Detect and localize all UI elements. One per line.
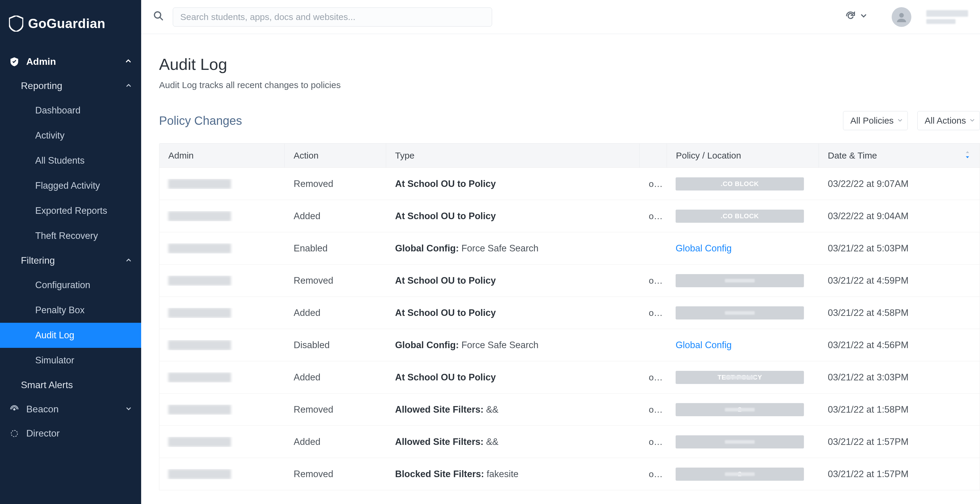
th-datetime[interactable]: Date & Time	[819, 144, 980, 167]
policy-pill[interactable]: 2	[676, 403, 804, 416]
cell-action: Added	[285, 437, 386, 447]
table-row[interactable]: RemovedAt School OU to Policyon03/21/22 …	[159, 264, 980, 297]
cell-policy: Global Config	[667, 340, 819, 351]
filter-policy-select[interactable]: All Policies	[843, 111, 908, 130]
cell-on: on	[640, 372, 667, 383]
nav-theft-recovery[interactable]: Theft Recovery	[0, 223, 141, 249]
cell-type: At School OU to Policy	[386, 275, 640, 286]
th-type[interactable]: Type	[386, 144, 640, 167]
cell-datetime: 03/22/22 at 9:07AM	[819, 179, 980, 189]
nav-director[interactable]: Director	[0, 421, 141, 445]
cell-type: Blocked Site Filters: fakesite	[386, 469, 640, 480]
table-row[interactable]: RemovedAllowed Site Filters: &&on203/21/…	[159, 393, 980, 426]
cell-on: on	[640, 211, 667, 221]
director-icon	[9, 429, 20, 438]
svg-line-3	[160, 17, 163, 20]
admin-redacted	[168, 308, 231, 318]
nav-all-students[interactable]: All Students	[0, 148, 141, 173]
cell-type: Global Config: Force Safe Search	[386, 243, 640, 254]
brand-logo[interactable]: GoGuardian	[0, 0, 141, 49]
table-header-row: Admin Action Type Policy / Location Date…	[159, 144, 980, 167]
admin-redacted	[168, 437, 231, 447]
nav-flagged-activity[interactable]: Flagged Activity	[0, 173, 141, 198]
nav-dashboard[interactable]: Dashboard	[0, 98, 141, 123]
main: Audit Log Audit Log tracks all recent ch…	[141, 0, 980, 504]
cell-on: on	[640, 308, 667, 318]
table-row[interactable]: AddedAllowed Site Filters: &&on03/21/22 …	[159, 426, 980, 458]
cell-on: on	[640, 437, 667, 447]
cell-policy: TEST POLICY	[667, 371, 819, 384]
search-input[interactable]	[173, 8, 492, 27]
table-row[interactable]: AddedAt School OU to Policyon03/21/22 at…	[159, 297, 980, 329]
cell-policy: 2	[667, 403, 819, 416]
nav-simulator[interactable]: Simulator	[0, 348, 141, 373]
cell-datetime: 03/21/22 at 1:58PM	[819, 404, 980, 415]
cell-policy	[667, 274, 819, 287]
cell-admin	[159, 372, 285, 383]
admin-redacted	[168, 243, 231, 254]
table-row[interactable]: DisabledGlobal Config: Force Safe Search…	[159, 329, 980, 361]
cell-on: on	[640, 405, 667, 415]
sidebar: GoGuardian Admin Reporting Dashboard Act…	[0, 0, 141, 504]
nav-reporting[interactable]: Reporting	[0, 74, 141, 98]
nav-penalty-box[interactable]: Penalty Box	[0, 298, 141, 323]
table-row[interactable]: RemovedAt School OU to Policyon.CO BLOCK…	[159, 167, 980, 200]
cell-type: Global Config: Force Safe Search	[386, 340, 640, 351]
nav-configuration[interactable]: Configuration	[0, 273, 141, 298]
cell-datetime: 03/21/22 at 3:03PM	[819, 372, 980, 383]
policy-pill[interactable]: 2	[676, 467, 804, 481]
cell-policy	[667, 435, 819, 448]
th-admin[interactable]: Admin	[159, 144, 285, 167]
th-policy[interactable]: Policy / Location	[667, 144, 819, 167]
cell-action: Removed	[285, 179, 386, 189]
avatar[interactable]	[892, 7, 912, 27]
policy-link[interactable]: Global Config	[676, 243, 732, 254]
user-name-redacted	[926, 10, 968, 24]
nav-admin[interactable]: Admin	[0, 49, 141, 74]
nav-exported-reports[interactable]: Exported Reports	[0, 198, 141, 223]
cell-type: At School OU to Policy	[386, 211, 640, 222]
policy-link[interactable]: Global Config	[676, 340, 732, 350]
topbar	[141, 0, 980, 34]
policy-pill[interactable]: .CO BLOCK	[676, 210, 804, 223]
table-row[interactable]: AddedAt School OU to Policyon.CO BLOCK03…	[159, 200, 980, 232]
search-icon[interactable]	[153, 10, 164, 23]
cell-datetime: 03/21/22 at 4:56PM	[819, 340, 980, 351]
person-icon	[895, 10, 908, 24]
cell-admin	[159, 437, 285, 447]
table-row[interactable]: EnabledGlobal Config: Force Safe SearchG…	[159, 232, 980, 264]
admin-redacted	[168, 276, 231, 286]
cell-policy: .CO BLOCK	[667, 210, 819, 223]
policy-pill[interactable]	[676, 274, 804, 287]
table-row[interactable]: AddedAt School OU to PolicyonTEST POLICY…	[159, 361, 980, 393]
policy-pill[interactable]: TEST POLICY	[676, 371, 804, 384]
chevron-down-icon	[969, 116, 975, 126]
cell-type: At School OU to Policy	[386, 179, 640, 189]
filter-action-select[interactable]: All Actions	[917, 111, 980, 130]
nav-audit-log[interactable]: Audit Log	[0, 323, 141, 348]
refresh-button[interactable]	[845, 10, 868, 24]
cell-type: Allowed Site Filters: &&	[386, 404, 640, 415]
nav-activity[interactable]: Activity	[0, 123, 141, 148]
policy-changes-table: Admin Action Type Policy / Location Date…	[159, 143, 980, 490]
th-action[interactable]: Action	[285, 144, 386, 167]
table-row[interactable]: RemovedBlocked Site Filters: fakesiteon2…	[159, 458, 980, 490]
cell-admin	[159, 211, 285, 221]
nav-smart-alerts[interactable]: Smart Alerts	[0, 373, 141, 397]
cell-admin	[159, 469, 285, 479]
cell-action: Removed	[285, 404, 386, 415]
cell-admin	[159, 340, 285, 350]
svg-point-1	[11, 430, 18, 437]
policy-pill[interactable]: .CO BLOCK	[676, 177, 804, 190]
page-subtitle: Audit Log tracks all recent changes to p…	[159, 80, 980, 90]
nav-filtering[interactable]: Filtering	[0, 249, 141, 273]
th-on	[640, 144, 667, 167]
cell-datetime: 03/21/22 at 4:59PM	[819, 275, 980, 286]
nav-beacon[interactable]: Beacon	[0, 397, 141, 421]
refresh-icon	[845, 10, 856, 24]
filter-policy-value: All Policies	[851, 116, 894, 126]
policy-pill[interactable]	[676, 306, 804, 319]
chevron-down-icon	[859, 12, 868, 22]
cell-type: Allowed Site Filters: &&	[386, 437, 640, 447]
policy-pill[interactable]	[676, 435, 804, 448]
